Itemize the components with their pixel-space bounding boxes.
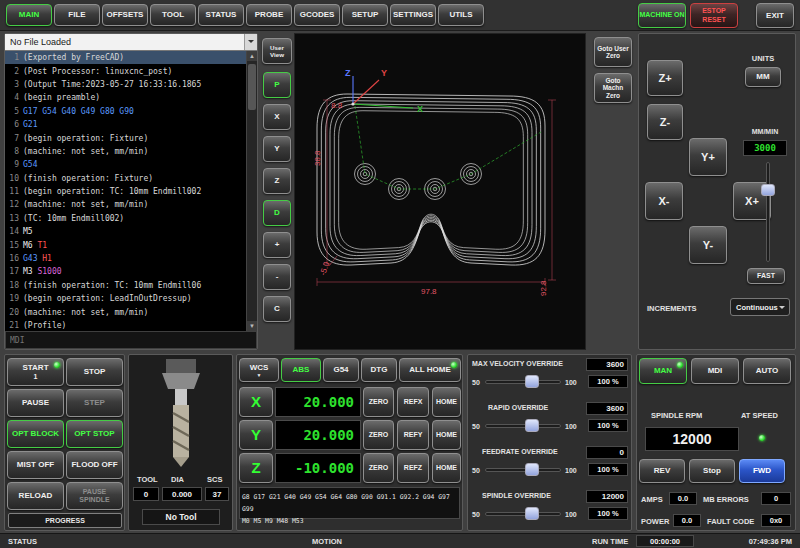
- toolpath-canvas[interactable]: Z Y X 8.8 38.8 97.8 92.8 -5.0: [294, 33, 586, 350]
- gcode-line[interactable]: 19(begin operation: LeadInOutDressup): [5, 292, 246, 305]
- abs-button[interactable]: ABS: [281, 358, 321, 382]
- mist-button[interactable]: MIST OFF: [7, 451, 64, 479]
- mdi-input[interactable]: [5, 331, 257, 349]
- gcode-line[interactable]: 20(machine: not set, mm/min): [5, 305, 246, 318]
- gcode-line[interactable]: 15M6 T1: [5, 238, 246, 251]
- g54-button[interactable]: G54: [323, 358, 359, 382]
- cycle-stop-button[interactable]: STOP: [66, 358, 123, 386]
- ref-y-button[interactable]: REFY: [397, 420, 429, 450]
- view-x-button[interactable]: X: [263, 104, 291, 130]
- gcode-line[interactable]: 11(begin operation: TC: 10mm Endmill002: [5, 185, 246, 198]
- tab-probe[interactable]: PROBE: [246, 4, 292, 26]
- file-combo[interactable]: No File Loaded: [5, 34, 257, 51]
- slider-handle[interactable]: [525, 419, 539, 432]
- zero-z-button[interactable]: ZERO: [363, 453, 394, 483]
- scroll-down-icon[interactable]: ▼: [247, 321, 257, 331]
- tab-status[interactable]: STATUS: [198, 4, 244, 26]
- view-dimensions-button[interactable]: D: [263, 200, 291, 226]
- gcode-line[interactable]: 1(Exported by FreeCAD): [5, 51, 246, 64]
- ref-x-button[interactable]: REFX: [397, 387, 429, 417]
- rapid-override-slider[interactable]: [485, 419, 561, 433]
- tab-setup[interactable]: SETUP: [342, 4, 388, 26]
- tab-offsets[interactable]: OFFSETS: [102, 4, 148, 26]
- slider-handle[interactable]: [761, 184, 775, 196]
- gcode-line[interactable]: 18(finish operation: TC: 10mm Endmill06: [5, 279, 246, 292]
- max-velocity-slider[interactable]: [485, 375, 561, 389]
- mode-auto-button[interactable]: AUTO: [743, 358, 791, 384]
- opt-block-button[interactable]: OPT BLOCK: [7, 420, 64, 448]
- spindle-stop-button[interactable]: Stop: [689, 459, 735, 483]
- slider-handle[interactable]: [525, 507, 539, 520]
- jog-z-plus-button[interactable]: Z+: [647, 60, 683, 96]
- zoom-out-button[interactable]: -: [263, 264, 291, 290]
- scrollbar-thumb[interactable]: [248, 64, 256, 110]
- units-mm-button[interactable]: MM: [745, 67, 781, 87]
- pause-spindle-button[interactable]: PAUSE SPINDLE: [66, 482, 123, 510]
- slider-handle[interactable]: [525, 463, 539, 476]
- gcode-line[interactable]: 6G21: [5, 118, 246, 131]
- gcode-line[interactable]: 13(TC: 10mm Endmill002): [5, 212, 246, 225]
- zero-y-button[interactable]: ZERO: [363, 420, 394, 450]
- tab-gcodes[interactable]: GCODES: [294, 4, 340, 26]
- flood-button[interactable]: FLOOD OFF: [66, 451, 123, 479]
- zoom-in-button[interactable]: +: [263, 232, 291, 258]
- tab-utils[interactable]: UTILS: [438, 4, 484, 26]
- clear-view-button[interactable]: C: [263, 296, 291, 322]
- tab-file[interactable]: FILE: [54, 4, 100, 26]
- opt-stop-button[interactable]: OPT STOP: [66, 420, 123, 448]
- pause-button[interactable]: PAUSE: [7, 389, 64, 417]
- dtg-button[interactable]: DTG: [361, 358, 397, 382]
- tab-main[interactable]: MAIN: [6, 4, 52, 26]
- tab-settings[interactable]: SETTINGS: [390, 4, 436, 26]
- axis-z-button[interactable]: Z: [239, 453, 273, 483]
- jog-z-minus-button[interactable]: Z-: [647, 104, 683, 140]
- mode-mdi-button[interactable]: MDI: [691, 358, 739, 384]
- editor-scrollbar[interactable]: ▲ ▼: [246, 51, 257, 331]
- goto-user-zero-button[interactable]: Goto User Zero: [594, 37, 632, 67]
- axis-y-button[interactable]: Y: [239, 420, 273, 450]
- mode-manual-button[interactable]: MAN: [639, 358, 687, 384]
- jog-y-plus-button[interactable]: Y+: [689, 138, 727, 176]
- jog-rate-slider[interactable]: [761, 162, 775, 262]
- feedrate-override-slider[interactable]: [485, 463, 561, 477]
- wcs-button[interactable]: WCS ▼: [239, 358, 279, 382]
- estop-reset-button[interactable]: ESTOP RESET: [690, 3, 738, 28]
- jog-y-minus-button[interactable]: Y-: [689, 226, 727, 264]
- home-z-button[interactable]: HOME: [432, 453, 461, 483]
- spindle-rev-button[interactable]: REV: [639, 459, 685, 483]
- increments-select[interactable]: Continuous: [730, 298, 790, 316]
- gcode-editor[interactable]: 1(Exported by FreeCAD)2(Post Processor: …: [5, 51, 246, 331]
- gcode-line[interactable]: 21(Profile): [5, 319, 246, 331]
- step-button[interactable]: STEP: [66, 389, 123, 417]
- gcode-line[interactable]: 10(finish operation: Fixture): [5, 172, 246, 185]
- view-z-button[interactable]: Z: [263, 168, 291, 194]
- slider-handle[interactable]: [525, 375, 539, 388]
- gcode-line[interactable]: 3(Output Time:2023-05-27 16:33:16.1865: [5, 78, 246, 91]
- gcode-line[interactable]: 14M5: [5, 225, 246, 238]
- cycle-start-button[interactable]: START 1: [7, 358, 64, 386]
- gcode-line[interactable]: 4(begin preamble): [5, 91, 246, 104]
- gcode-line[interactable]: 7(begin operation: Fixture): [5, 131, 246, 144]
- view-y-button[interactable]: Y: [263, 136, 291, 162]
- home-y-button[interactable]: HOME: [432, 420, 461, 450]
- axis-x-button[interactable]: X: [239, 387, 273, 417]
- view-p-button[interactable]: P: [263, 72, 291, 98]
- goto-machine-zero-button[interactable]: Goto Machn Zero: [594, 73, 632, 103]
- gcode-line[interactable]: 9G54: [5, 158, 246, 171]
- gcode-line[interactable]: 17M3 S1000: [5, 265, 246, 278]
- scroll-up-icon[interactable]: ▲: [247, 51, 257, 61]
- tab-tool[interactable]: TOOL: [150, 4, 196, 26]
- home-x-button[interactable]: HOME: [432, 387, 461, 417]
- machine-on-button[interactable]: MACHINE ON: [638, 3, 686, 28]
- spindle-fwd-button[interactable]: FWD: [739, 459, 785, 483]
- all-home-button[interactable]: ALL HOME: [399, 358, 461, 382]
- exit-button[interactable]: EXIT: [756, 3, 794, 28]
- zero-x-button[interactable]: ZERO: [363, 387, 394, 417]
- gcode-line[interactable]: 5G17 G54 G40 G49 G80 G90: [5, 105, 246, 118]
- ref-z-button[interactable]: REFZ: [397, 453, 429, 483]
- gcode-line[interactable]: 2(Post Processor: linuxcnc_post): [5, 64, 246, 77]
- gcode-line[interactable]: 8(machine: not set, mm/min): [5, 145, 246, 158]
- spindle-override-slider[interactable]: [485, 507, 561, 521]
- reload-button[interactable]: RELOAD: [7, 482, 64, 510]
- gcode-line[interactable]: 16G43 H1: [5, 252, 246, 265]
